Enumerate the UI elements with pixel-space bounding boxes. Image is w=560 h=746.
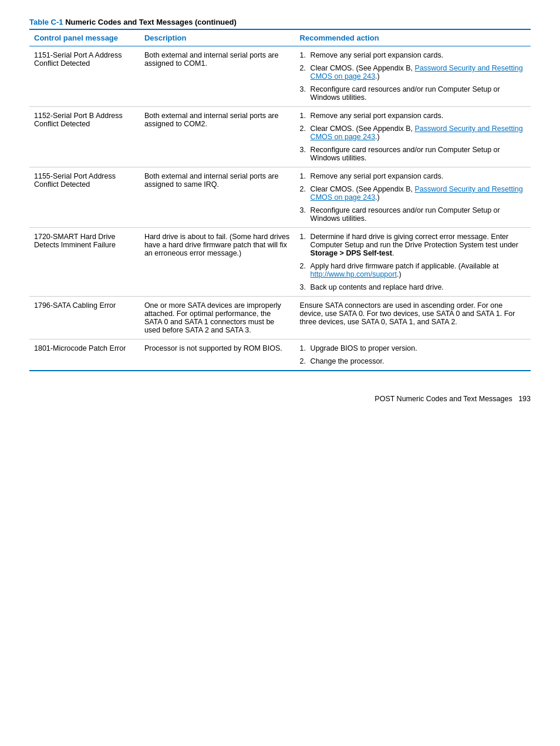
action-text: Change the processor. — [311, 357, 526, 365]
description-cell: Both external and internal serial ports … — [140, 167, 295, 228]
footer-label: POST Numeric Codes and Text Messages — [375, 395, 512, 403]
hp-support-link[interactable]: http://www.hp.com/support — [311, 270, 397, 278]
header-description: Description — [140, 29, 295, 46]
action-text: Determine if hard drive is giving correc… — [311, 233, 526, 257]
action-list: 1. Remove any serial port expansion card… — [300, 172, 526, 223]
action-text: Reconfigure card resources and/or run Co… — [311, 146, 526, 162]
page-footer: POST Numeric Codes and Text Messages 193 — [29, 395, 531, 403]
list-item: 1. Remove any serial port expansion card… — [300, 112, 526, 120]
description-cell: Processor is not supported by ROM BIOS. — [140, 340, 295, 371]
page-number: 193 — [518, 395, 531, 403]
action-list: 1. Upgrade BIOS to proper version. 2. Ch… — [300, 344, 526, 365]
header-action: Recommended action — [295, 29, 531, 46]
action-list: 1. Determine if hard drive is giving cor… — [300, 233, 526, 291]
action-cell: Ensure SATA connectors are used in ascen… — [295, 297, 531, 340]
list-item: 2. Clear CMOS. (See Appendix B, Password… — [300, 64, 526, 80]
action-cell: 1. Remove any serial port expansion card… — [295, 46, 531, 107]
action-num: 3. — [300, 283, 311, 291]
action-text: Remove any serial port expansion cards. — [311, 112, 526, 120]
action-text-plain: Ensure SATA connectors are used in ascen… — [300, 301, 515, 326]
main-table: Control panel message Description Recomm… — [29, 29, 531, 371]
action-num: 3. — [300, 146, 311, 154]
list-item: 1. Remove any serial port expansion card… — [300, 172, 526, 180]
description-cell: Hard drive is about to fail. (Some hard … — [140, 228, 295, 297]
action-list: 1. Remove any serial port expansion card… — [300, 112, 526, 162]
action-num: 1. — [300, 344, 311, 352]
table-header-row: Control panel message Description Recomm… — [29, 29, 531, 46]
list-item: 2. Clear CMOS. (See Appendix B, Password… — [300, 125, 526, 141]
action-num: 1. — [300, 51, 311, 59]
action-text: Remove any serial port expansion cards. — [311, 51, 526, 59]
action-text: Remove any serial port expansion cards. — [311, 172, 526, 180]
list-item: 2. Change the processor. — [300, 357, 526, 365]
table-row: 1720-SMART Hard Drive Detects Imminent F… — [29, 228, 531, 297]
list-item: 3. Reconfigure card resources and/or run… — [300, 85, 526, 102]
control-message: 1796-SATA Cabling Error — [29, 297, 140, 340]
action-num: 1. — [300, 112, 311, 120]
list-item: 2. Clear CMOS. (See Appendix B, Password… — [300, 185, 526, 201]
action-text: Clear CMOS. (See Appendix B, Password Se… — [311, 64, 526, 80]
table-row: 1155-Serial Port Address Conflict Detect… — [29, 167, 531, 228]
list-item: 3. Reconfigure card resources and/or run… — [300, 206, 526, 223]
header-control: Control panel message — [29, 29, 140, 46]
bold-text: Storage > DPS Self-test — [311, 249, 392, 257]
action-num: 2. — [300, 262, 311, 270]
action-text: Reconfigure card resources and/or run Co… — [311, 85, 526, 102]
action-num: 1. — [300, 233, 311, 241]
action-text: Upgrade BIOS to proper version. — [311, 344, 526, 352]
action-num: 3. — [300, 206, 311, 214]
action-cell: 1. Remove any serial port expansion card… — [295, 167, 531, 228]
list-item: 1. Determine if hard drive is giving cor… — [300, 233, 526, 257]
description-cell: Both external and internal serial ports … — [140, 107, 295, 167]
table-row: 1796-SATA Cabling Error One or more SATA… — [29, 297, 531, 340]
action-num: 2. — [300, 64, 311, 72]
control-message: 1801-Microcode Patch Error — [29, 340, 140, 371]
action-text: Reconfigure card resources and/or run Co… — [311, 206, 526, 223]
action-cell: 1. Upgrade BIOS to proper version. 2. Ch… — [295, 340, 531, 371]
action-text: Apply hard drive firmware patch if appli… — [311, 262, 526, 278]
table-row: 1152-Serial Port B Address Conflict Dete… — [29, 107, 531, 167]
table-caption-text: Numeric Codes and Text Messages (continu… — [63, 18, 237, 26]
action-text: Clear CMOS. (See Appendix B, Password Se… — [311, 185, 526, 201]
action-text: Back up contents and replace hard drive. — [311, 283, 526, 291]
action-list: 1. Remove any serial port expansion card… — [300, 51, 526, 102]
table-row: 1151-Serial Port A Address Conflict Dete… — [29, 46, 531, 107]
password-security-link[interactable]: Password Security and Resetting CMOS on … — [311, 185, 523, 201]
action-num: 2. — [300, 357, 311, 365]
action-cell: 1. Determine if hard drive is giving cor… — [295, 228, 531, 297]
action-num: 2. — [300, 125, 311, 133]
password-security-link[interactable]: Password Security and Resetting CMOS on … — [311, 125, 523, 141]
action-cell: 1. Remove any serial port expansion card… — [295, 107, 531, 167]
table-row: 1801-Microcode Patch Error Processor is … — [29, 340, 531, 371]
list-item: 3. Back up contents and replace hard dri… — [300, 283, 526, 291]
control-message: 1155-Serial Port Address Conflict Detect… — [29, 167, 140, 228]
description-cell: Both external and internal serial ports … — [140, 46, 295, 107]
list-item: 3. Reconfigure card resources and/or run… — [300, 146, 526, 162]
list-item: 1. Remove any serial port expansion card… — [300, 51, 526, 59]
action-num: 1. — [300, 172, 311, 180]
action-text: Clear CMOS. (See Appendix B, Password Se… — [311, 125, 526, 141]
list-item: 1. Upgrade BIOS to proper version. — [300, 344, 526, 352]
action-num: 2. — [300, 185, 311, 193]
password-security-link[interactable]: Password Security and Resetting CMOS on … — [311, 64, 523, 80]
action-num: 3. — [300, 85, 311, 93]
control-message: 1152-Serial Port B Address Conflict Dete… — [29, 107, 140, 167]
control-message: 1151-Serial Port A Address Conflict Dete… — [29, 46, 140, 107]
list-item: 2. Apply hard drive firmware patch if ap… — [300, 262, 526, 278]
table-label: Table C-1 — [29, 18, 63, 26]
control-message: 1720-SMART Hard Drive Detects Imminent F… — [29, 228, 140, 297]
description-cell: One or more SATA devices are improperly … — [140, 297, 295, 340]
table-caption: Table C-1 Numeric Codes and Text Message… — [29, 18, 531, 29]
